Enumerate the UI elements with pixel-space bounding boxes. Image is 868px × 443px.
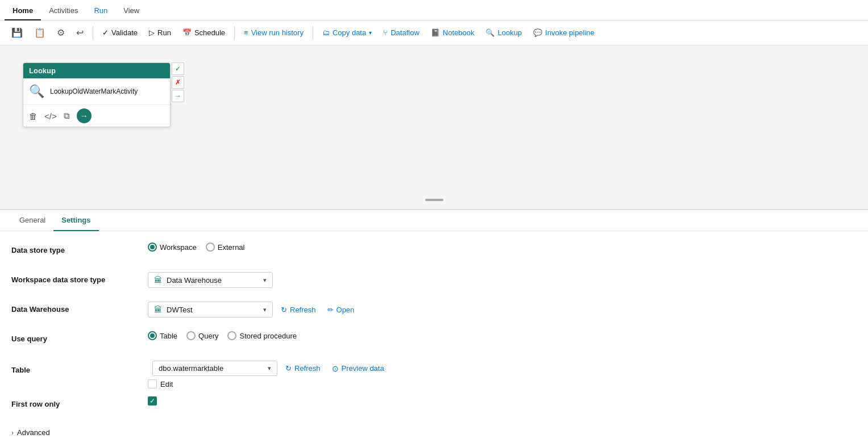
dw-dropdown-value: DWTest <box>167 306 259 314</box>
data-store-type-radio-group: Workspace External <box>148 243 245 252</box>
dw-open-label: Open <box>337 306 355 314</box>
use-query-radio-group: Table Query Stored procedure <box>148 331 297 340</box>
dw-dropdown-icon: 🏛 <box>154 305 162 314</box>
table-radio[interactable]: Table <box>148 331 177 340</box>
copy-activity-button[interactable]: ⧉ <box>64 111 70 121</box>
run-play-icon: ▷ <box>149 28 155 37</box>
advanced-expander[interactable]: › Advanced <box>11 426 50 439</box>
preview-icon: ⊙ <box>332 364 339 373</box>
table-refresh-icon: ↻ <box>285 364 292 373</box>
query-radio-label: Query <box>198 332 218 340</box>
saveas-icon: 📋 <box>34 27 45 38</box>
activity-card-header: Lookup <box>23 63 170 78</box>
validate-button[interactable]: ✓ Validate <box>98 26 142 40</box>
tab-activities[interactable]: Activities <box>41 2 86 20</box>
copy-data-icon: 🗂 <box>322 28 330 37</box>
copy-data-label: Copy data <box>333 28 366 37</box>
invoke-label: Invoke pipeline <box>545 28 595 37</box>
external-radio[interactable]: External <box>206 243 245 252</box>
data-warehouse-row: Data Warehouse 🏛 DWTest ▾ ↻ Refresh ✏ Op… <box>11 302 857 320</box>
first-row-only-checkbox[interactable]: ✓ <box>148 396 157 406</box>
copy-data-arrow-icon: ▾ <box>369 30 372 36</box>
tab-settings[interactable]: Settings <box>53 210 98 231</box>
lookup-icon: 🔍 <box>485 28 495 37</box>
pipeline-canvas: Lookup 🔍 LookupOldWaterMarkActivity 🗑 </… <box>0 45 868 210</box>
schedule-button[interactable]: 📅 Schedule <box>178 26 230 40</box>
notebook-button[interactable]: 📓 Notebook <box>426 26 479 40</box>
save-icon: 💾 <box>11 27 23 38</box>
dw-refresh-button[interactable]: ↻ Refresh <box>277 303 319 316</box>
dw-refresh-label: Refresh <box>290 306 316 314</box>
save-button[interactable]: 💾 <box>7 24 27 41</box>
settings-panel: Data store type Workspace External Works… <box>0 231 868 443</box>
advanced-control: › Advanced <box>11 426 50 439</box>
invoke-icon: 💬 <box>533 28 542 37</box>
preview-data-button[interactable]: ⊙ Preview data <box>329 362 388 375</box>
table-refresh-label: Refresh <box>294 364 321 373</box>
lookup-activity-card[interactable]: Lookup 🔍 LookupOldWaterMarkActivity 🗑 </… <box>23 62 171 127</box>
code-activity-button[interactable]: </> <box>44 111 57 121</box>
next-activity-button[interactable]: → <box>77 108 92 123</box>
workspace-radio[interactable]: Workspace <box>148 243 197 252</box>
panel-tab-bar: General Settings <box>0 210 868 231</box>
bottom-panel: General Settings Data store type Workspa… <box>0 210 868 443</box>
activity-name-label: LookupOldWaterMarkActivity <box>50 87 138 95</box>
history-icon: ≡ <box>244 28 248 37</box>
query-radio[interactable]: Query <box>186 331 218 340</box>
lookup-label: Lookup <box>497 28 522 37</box>
workspace-data-store-type-dropdown[interactable]: 🏛 Data Warehouse ▾ <box>148 272 273 288</box>
delete-activity-button[interactable]: 🗑 <box>29 111 38 121</box>
stored-procedure-radio-label: Stored procedure <box>239 332 296 340</box>
warehouse-type-arrow-icon: ▾ <box>263 277 267 284</box>
tab-home[interactable]: Home <box>5 2 41 20</box>
undo-button[interactable]: ↩ <box>72 24 88 41</box>
preview-label: Preview data <box>342 364 384 373</box>
save-as-button[interactable]: 📋 <box>30 24 50 41</box>
divider-3 <box>313 26 313 40</box>
table-edit-row: Edit <box>148 379 173 388</box>
run-label: Run <box>157 28 171 37</box>
table-edit-checkbox[interactable] <box>148 379 157 388</box>
resize-handle[interactable] <box>425 199 443 201</box>
view-history-label: View run history <box>251 28 304 37</box>
validate-check-icon: ✓ <box>102 28 109 37</box>
external-radio-circle <box>206 243 215 252</box>
settings-icon: ⚙ <box>57 27 65 38</box>
warehouse-type-icon: 🏛 <box>154 275 162 285</box>
table-dropdown[interactable]: dbo.watermarktable ▾ <box>152 361 277 376</box>
first-row-only-control: ✓ <box>148 396 157 406</box>
copy-data-button[interactable]: 🗂 Copy data ▾ <box>318 26 376 40</box>
data-store-type-control: Workspace External <box>148 243 245 252</box>
activity-card-footer: 🗑 </> ⧉ → <box>23 105 170 127</box>
notebook-label: Notebook <box>443 28 475 37</box>
external-radio-label: External <box>218 243 245 252</box>
invoke-pipeline-button[interactable]: 💬 Invoke pipeline <box>529 26 599 40</box>
activity-lookup-icon: 🔍 <box>29 84 44 99</box>
use-query-label: Use query <box>11 331 148 343</box>
table-refresh-button[interactable]: ↻ Refresh <box>282 362 324 375</box>
tab-run[interactable]: Run <box>86 2 115 20</box>
first-row-only-row: First row only ✓ <box>11 396 857 415</box>
settings-button[interactable]: ⚙ <box>52 24 69 41</box>
lookup-toolbar-button[interactable]: 🔍 Lookup <box>481 26 526 40</box>
success-connector[interactable]: ✓ <box>172 62 184 75</box>
advanced-row: › Advanced <box>11 426 857 443</box>
dataflow-icon: ⑂ <box>383 28 388 37</box>
tab-general[interactable]: General <box>11 210 53 231</box>
completion-connector[interactable]: → <box>172 90 184 102</box>
data-warehouse-dropdown[interactable]: 🏛 DWTest ▾ <box>148 302 273 317</box>
notebook-icon: 📓 <box>431 28 440 37</box>
table-field-label: Table <box>11 362 148 374</box>
dataflow-button[interactable]: ⑂ Dataflow <box>379 26 424 40</box>
advanced-chevron-icon: › <box>11 429 14 437</box>
run-button[interactable]: ▷ Run <box>144 26 176 40</box>
dataflow-label: Dataflow <box>391 28 420 37</box>
stored-procedure-radio[interactable]: Stored procedure <box>227 331 296 340</box>
dw-open-button[interactable]: ✏ Open <box>324 303 358 316</box>
card-side-buttons: ✓ ✗ → <box>172 62 184 102</box>
workspace-data-store-type-label: Workspace data store type <box>11 272 148 284</box>
table-edit-label: Edit <box>160 380 173 388</box>
view-run-history-button[interactable]: ≡ View run history <box>239 26 308 40</box>
tab-view[interactable]: View <box>115 2 147 20</box>
failure-connector[interactable]: ✗ <box>172 76 184 89</box>
